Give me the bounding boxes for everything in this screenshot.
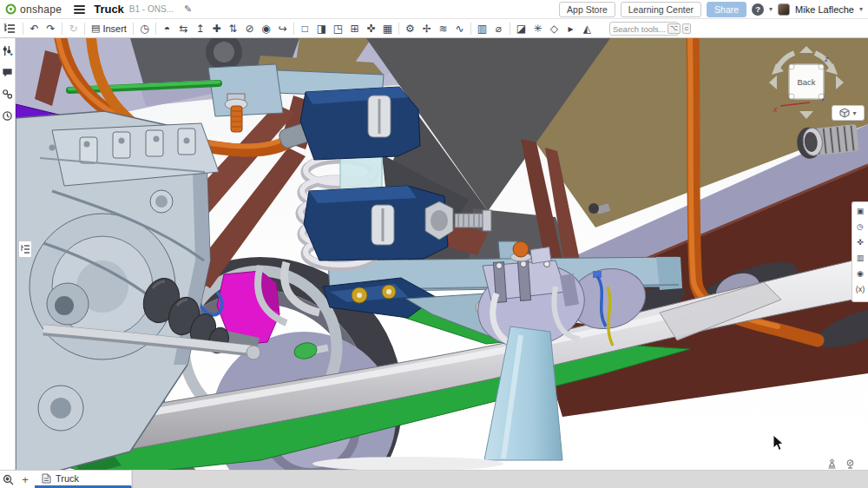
toolbar-separator bbox=[398, 23, 399, 35]
help-caret-icon[interactable]: ▾ bbox=[769, 5, 773, 13]
markup-icon[interactable]: ✜ bbox=[853, 235, 867, 248]
view-modes-button[interactable]: ▾ bbox=[832, 105, 865, 121]
edit-version-icon[interactable]: ✎ bbox=[184, 3, 192, 15]
pin-slot-mate-icon[interactable]: ⊘ bbox=[241, 21, 258, 36]
history-icon[interactable] bbox=[1, 109, 15, 122]
mouse-cursor bbox=[772, 434, 784, 452]
app-store-button[interactable]: App Store bbox=[559, 2, 615, 17]
redo-icon[interactable]: ↷ bbox=[43, 21, 59, 36]
shortcut-key-option: ⌥ bbox=[667, 23, 681, 34]
fastened-mate-icon[interactable]: ◓ bbox=[159, 21, 175, 36]
cylindrical-mate-icon[interactable]: ⇅ bbox=[225, 21, 241, 36]
toolbar-separator bbox=[510, 23, 510, 35]
toolbar-separator bbox=[133, 23, 134, 35]
animate-icon[interactable]: ▸ bbox=[562, 21, 579, 36]
cube-icon bbox=[839, 108, 850, 118]
revolute-mate-icon[interactable]: ⇆ bbox=[175, 21, 192, 36]
toolbar-separator bbox=[293, 23, 294, 35]
exploded-view-icon[interactable]: ✳ bbox=[529, 21, 546, 36]
toolbar-separator bbox=[84, 23, 85, 35]
undo-icon[interactable]: ↶ bbox=[26, 21, 43, 36]
x-axis-label: x bbox=[773, 105, 778, 114]
appearance-icon[interactable]: ◭ bbox=[579, 21, 595, 36]
viewcube-up-arrow[interactable] bbox=[799, 46, 813, 53]
search-placeholder: Search tools... bbox=[613, 24, 666, 34]
view-modes-caret-icon: ▾ bbox=[852, 109, 856, 117]
assembly-toolbar: ↶↷↻▤Insert◷◓⇆↥✚⇅⊘◉↪□◨◳⊞✜▦⚙✢≋∿▥⌀◪✳◇▸◭ Sea… bbox=[0, 19, 868, 38]
instance-list-toggle[interactable] bbox=[18, 241, 32, 258]
box-select-icon[interactable]: □ bbox=[297, 21, 313, 36]
transform-icon[interactable]: ⊞ bbox=[346, 21, 363, 36]
sync-document-icon[interactable]: ↻ bbox=[65, 21, 82, 36]
toolbar-icons: ↶↷↻▤Insert◷◓⇆↥✚⇅⊘◉↪□◨◳⊞✜▦⚙✢≋∿▥⌀◪✳◇▸◭ bbox=[26, 21, 595, 36]
z-axis-label: z bbox=[824, 55, 829, 63]
insert-button[interactable]: ▤Insert bbox=[88, 21, 130, 36]
configurations-icon[interactable]: ◷ bbox=[853, 220, 867, 233]
variables-icon[interactable]: (x) bbox=[853, 282, 867, 295]
feature-list-toggle-icon[interactable] bbox=[2, 21, 16, 36]
tab-truck[interactable]: Truck bbox=[35, 471, 132, 488]
move-part-icon[interactable]: ✜ bbox=[363, 21, 379, 36]
toolbar-separator bbox=[470, 23, 471, 35]
insights-icon[interactable] bbox=[1, 43, 15, 57]
linear-pattern-icon[interactable]: ▦ bbox=[379, 21, 396, 36]
slider-mate-icon[interactable]: ↥ bbox=[192, 21, 208, 36]
display-options-icon[interactable]: ▣ bbox=[853, 204, 867, 217]
viewcube-right-arrow[interactable] bbox=[836, 76, 844, 89]
x-axis-line bbox=[780, 102, 810, 106]
user-avatar[interactable] bbox=[778, 3, 790, 16]
toolbar-separator bbox=[23, 23, 23, 35]
version-label[interactable]: B1 - ONS... bbox=[129, 4, 174, 14]
document-title: Truck bbox=[94, 3, 124, 16]
right-dock: ▣◷✜▥◉(x) bbox=[852, 201, 868, 302]
search-tools-input[interactable]: Search tools... ⌥ c bbox=[609, 22, 679, 36]
rack-pinion-relation-icon[interactable]: ≋ bbox=[435, 21, 451, 36]
versions-icon[interactable] bbox=[1, 87, 15, 101]
bom-table-icon[interactable]: ▥ bbox=[474, 21, 490, 36]
measure-icon[interactable]: ⌀ bbox=[490, 21, 507, 36]
learning-center-button[interactable]: Learning Center bbox=[621, 2, 701, 17]
ball-mate-icon[interactable]: ◉ bbox=[258, 21, 274, 36]
add-tab-button[interactable]: + bbox=[16, 471, 35, 488]
select-part-icon[interactable]: ◨ bbox=[313, 21, 330, 36]
tab-manager-icon[interactable] bbox=[0, 471, 16, 488]
planar-mate-icon[interactable]: ✚ bbox=[208, 21, 225, 36]
assembly-tab-icon bbox=[42, 473, 51, 484]
user-name[interactable]: Mike Lafleche bbox=[795, 4, 854, 15]
select-scope-icon[interactable]: ◳ bbox=[330, 21, 346, 36]
main-menu-icon[interactable] bbox=[74, 5, 85, 14]
graphics-area[interactable] bbox=[16, 38, 868, 470]
left-dock bbox=[0, 38, 16, 470]
onshape-logo-icon bbox=[5, 3, 16, 15]
viewcube-down-arrow[interactable] bbox=[799, 111, 813, 119]
gear-relation-icon[interactable]: ⚙ bbox=[402, 21, 418, 36]
brand-name: onshape bbox=[20, 3, 62, 16]
viewcube-face-label: Back bbox=[797, 77, 815, 87]
viewcube-left-arrow[interactable] bbox=[769, 76, 777, 89]
shortcut-key-c: c bbox=[682, 23, 691, 34]
history-icon[interactable]: ◷ bbox=[136, 21, 153, 36]
user-menu-caret-icon[interactable]: ▾ bbox=[859, 5, 863, 13]
section-panel-icon[interactable]: ▥ bbox=[853, 251, 867, 264]
upper-shock-mount bbox=[300, 87, 420, 160]
belt-relation-icon[interactable]: ∿ bbox=[451, 21, 468, 36]
help-icon[interactable]: ? bbox=[752, 3, 764, 16]
onshape-brand[interactable]: onshape bbox=[5, 3, 62, 16]
tangent-mate-icon[interactable]: ↪ bbox=[274, 21, 291, 36]
tab-label: Truck bbox=[56, 473, 79, 484]
toolbar-separator bbox=[62, 23, 62, 35]
document-topbar: onshape Truck B1 - ONS... ✎ App Store Le… bbox=[0, 0, 868, 19]
comments-icon[interactable] bbox=[1, 65, 15, 79]
named-positions-icon[interactable]: ◇ bbox=[546, 21, 562, 36]
share-button[interactable]: Share bbox=[707, 2, 746, 17]
material-library-icon[interactable]: ◉ bbox=[853, 267, 867, 280]
screw-relation-icon[interactable]: ✢ bbox=[418, 21, 435, 36]
tab-scrollbar[interactable] bbox=[132, 471, 868, 488]
tab-bar: + Truck bbox=[0, 470, 868, 488]
section-view-icon[interactable]: ◪ bbox=[513, 21, 529, 36]
toolbar-separator bbox=[155, 23, 156, 35]
